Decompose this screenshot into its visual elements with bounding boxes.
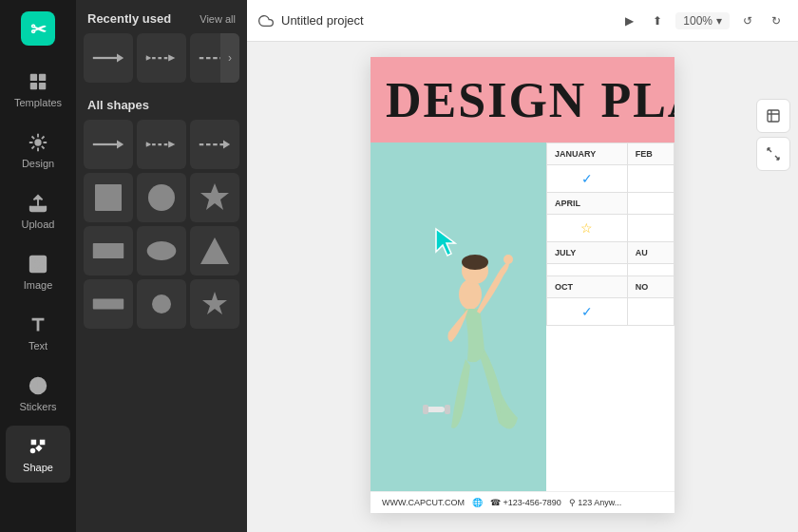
stickers-icon	[27, 374, 49, 397]
star-cell: ☆	[547, 215, 628, 242]
text-icon	[27, 314, 49, 336]
panel-scroll-right[interactable]: ›	[220, 33, 239, 83]
image-icon	[27, 253, 49, 276]
sidebar-item-label: Upload	[22, 218, 55, 230]
month-cell: APRIL	[547, 193, 628, 215]
shape-circle-sm[interactable]	[137, 279, 186, 329]
month-cell-no: NO	[627, 276, 674, 298]
resize-icon	[766, 146, 781, 162]
empty-cell	[627, 264, 674, 276]
svg-rect-25	[95, 184, 122, 211]
table-row: APRIL	[547, 193, 674, 215]
shapes-panel: Recently used View all	[76, 0, 247, 532]
app-logo: ✂	[21, 11, 55, 46]
svg-point-29	[147, 241, 177, 260]
share-button[interactable]: ⬆	[647, 10, 668, 31]
table-row: ✓	[547, 165, 674, 193]
shape-icon	[27, 435, 49, 458]
table-row: ✓	[547, 298, 674, 326]
svg-rect-34	[768, 110, 779, 122]
shape-star-5[interactable]	[190, 173, 239, 222]
table-row: ☆	[547, 215, 674, 242]
shape-oval[interactable]	[137, 226, 186, 276]
redo-button[interactable]: ↻	[766, 10, 787, 31]
svg-marker-21	[168, 141, 175, 147]
check-cell: ✓	[547, 165, 628, 193]
schedule-table: JANUARY FEB ✓ APRIL ☆	[546, 142, 674, 326]
footer-url: WWW.CAPCUT.COM	[382, 498, 465, 507]
design-document: DESIGN PLAN	[370, 57, 674, 513]
sidebar-item-shape[interactable]: Shape	[6, 426, 70, 483]
shape-arrow-dashed-diamond[interactable]	[137, 120, 186, 169]
svg-marker-15	[146, 55, 151, 60]
shape-arrow-solid[interactable]	[84, 120, 133, 169]
shape-square[interactable]	[84, 173, 133, 222]
project-title[interactable]: Untitled project	[281, 13, 364, 28]
svg-rect-31	[93, 299, 124, 310]
svg-rect-10	[30, 448, 36, 454]
empty-cell	[627, 298, 674, 326]
background-tool[interactable]	[756, 99, 790, 133]
footer-phone: ☎ +123-456-7890	[490, 498, 561, 507]
zoom-control[interactable]: 100% ▾	[675, 12, 730, 29]
svg-point-36	[459, 279, 482, 310]
empty-cell	[547, 264, 628, 276]
svg-rect-2	[30, 74, 37, 81]
svg-point-39	[504, 255, 513, 264]
svg-rect-42	[445, 405, 450, 414]
chevron-down-icon: ▾	[716, 14, 722, 28]
sidebar-item-templates[interactable]: Templates	[6, 61, 70, 118]
svg-marker-14	[168, 54, 175, 61]
svg-marker-33	[202, 292, 227, 314]
svg-rect-5	[39, 83, 46, 89]
recent-shape-arrow-dashed[interactable]	[137, 33, 186, 83]
shape-rectangle-sm[interactable]	[84, 279, 133, 329]
all-shapes-grid	[84, 120, 239, 329]
sidebar-item-label: Templates	[14, 97, 62, 108]
svg-text:✂: ✂	[30, 19, 47, 40]
resize-tool[interactable]	[756, 137, 790, 171]
svg-marker-30	[200, 238, 229, 264]
doc-table-section: JANUARY FEB ✓ APRIL ☆	[546, 142, 674, 513]
recent-shapes-grid	[84, 33, 239, 83]
empty-cell	[627, 193, 674, 215]
shape-arrow-dashed3[interactable]	[190, 120, 239, 169]
table-row: JANUARY FEB	[547, 143, 674, 165]
undo-button[interactable]: ↺	[737, 10, 758, 31]
sidebar-item-label: Shape	[23, 462, 53, 473]
sidebar-item-stickers[interactable]: Stickers	[6, 365, 70, 422]
background-icon	[766, 108, 781, 124]
month-cell-2: FEB	[627, 143, 674, 165]
svg-point-38	[462, 255, 488, 270]
shape-circle[interactable]	[137, 173, 186, 222]
doc-title: DESIGN PLAN	[386, 72, 674, 128]
svg-rect-3	[39, 74, 46, 81]
design-icon	[27, 131, 49, 154]
doc-image-section	[370, 142, 546, 513]
svg-marker-12	[117, 54, 124, 63]
doc-header: DESIGN PLAN	[370, 57, 674, 142]
sidebar-item-label: Text	[28, 340, 48, 352]
month-cell-au: AU	[627, 242, 674, 264]
view-all-button[interactable]: View all	[200, 13, 236, 25]
empty-cell	[627, 215, 674, 242]
svg-point-32	[152, 294, 171, 314]
play-button[interactable]: ▶	[619, 10, 639, 31]
sidebar-item-upload[interactable]: Upload	[6, 182, 70, 239]
topbar-left: Untitled project	[258, 13, 612, 28]
doc-footer: WWW.CAPCUT.COM 🌐 ☎ +123-456-7890 ⚲ 123 A…	[370, 491, 674, 513]
month-cell: JANUARY	[547, 143, 628, 165]
canvas-content[interactable]: DESIGN PLAN	[247, 42, 798, 532]
svg-rect-4	[30, 83, 37, 89]
shape-star-sm[interactable]	[190, 279, 239, 329]
recent-shape-arrow-solid[interactable]	[84, 33, 133, 83]
sidebar-item-text[interactable]: Text	[6, 304, 70, 361]
shape-rectangle[interactable]	[84, 226, 133, 276]
sidebar-item-image[interactable]: Image	[6, 243, 70, 300]
table-row	[547, 264, 674, 276]
shape-triangle[interactable]	[190, 226, 239, 276]
check-cell: ✓	[547, 298, 628, 326]
svg-marker-19	[117, 141, 124, 149]
cloud-icon	[258, 13, 274, 28]
sidebar-item-design[interactable]: Design	[6, 122, 70, 179]
